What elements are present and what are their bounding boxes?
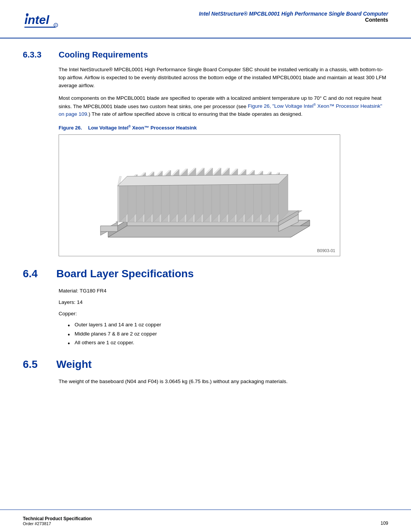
- page: intel ® Intel NetStructure® MPCBL0001 Hi…: [0, 0, 411, 532]
- bullet-item-2: Middle planes 7 & 8 are 2 oz copper: [66, 330, 388, 338]
- footer-doc-type: Technical Product Specification: [23, 516, 92, 521]
- header-title: Intel NetStructure® MPCBL0001 High Perfo…: [68, 11, 388, 17]
- section-64-number: 6.4: [23, 268, 49, 280]
- section-64-body: Material: TG180 FR4 Layers: 14 Copper: O…: [23, 287, 388, 347]
- section-64-heading: 6.4 Board Layer Specifications: [23, 268, 388, 280]
- main-content: 6.3.3 Cooling Requirements The Intel Net…: [0, 38, 411, 420]
- footer-page-number: 109: [381, 521, 388, 526]
- figure-label: Figure 26. Low Voltage Intel® Xeon™ Proc…: [59, 125, 388, 131]
- svg-rect-14: [118, 186, 119, 222]
- section-65-number: 6.5: [23, 358, 49, 371]
- figure26-link[interactable]: Figure 26, "Low Voltage Intel® Xeon™ Pro…: [59, 103, 382, 117]
- section-65-heading: 6.5 Weight: [23, 358, 388, 371]
- section-633-para1: The Intel NetStructure® MPCBL0001 High P…: [59, 66, 388, 90]
- footer: Technical Product Specification Order #2…: [0, 510, 411, 532]
- footer-left: Technical Product Specification Order #2…: [23, 516, 92, 526]
- section-65-para: The weight of the baseboard (N04 and F04…: [59, 377, 388, 386]
- section-633-title: Cooling Requirements: [59, 50, 148, 60]
- copper-list: Outer layers 1 and 14 are 1 oz copper Mi…: [66, 321, 388, 347]
- header-title-area: Intel NetStructure® MPCBL0001 High Perfo…: [61, 11, 388, 23]
- svg-marker-76: [100, 226, 118, 232]
- figure-number: Figure 26.: [59, 125, 82, 131]
- section-633-number: 6.3.3: [23, 50, 49, 60]
- bullet-item-1: Outer layers 1 and 14 are 1 oz copper: [66, 321, 388, 329]
- section-65: 6.5 Weight The weight of the baseboard (…: [23, 358, 388, 386]
- copper-label: Copper:: [59, 310, 388, 318]
- intel-logo: intel ®: [23, 11, 61, 32]
- svg-marker-74: [118, 174, 288, 186]
- section-65-body: The weight of the baseboard (N04 and F04…: [23, 377, 388, 386]
- material-line: Material: TG180 FR4: [59, 287, 388, 295]
- svg-text:®: ®: [55, 24, 57, 27]
- section-633-body: The Intel NetStructure® MPCBL0001 High P…: [23, 66, 388, 256]
- section-633-heading: 6.3.3 Cooling Requirements: [23, 50, 388, 60]
- svg-rect-4: [24, 27, 56, 28]
- figure-title: Low Voltage Intel® Xeon™ Processor Heats…: [88, 125, 197, 131]
- section-633-para2: Most components on the MPCBL0001 blade a…: [59, 94, 388, 118]
- figure-id: B0903-01: [317, 248, 335, 253]
- layers-line: Layers: 14: [59, 298, 388, 307]
- material-label: Material:: [59, 288, 78, 294]
- svg-point-1: [26, 13, 29, 16]
- heatsink-illustration: [70, 140, 329, 251]
- header: intel ® Intel NetStructure® MPCBL0001 Hi…: [0, 0, 411, 38]
- header-subtitle: Contents: [68, 17, 388, 23]
- section-64: 6.4 Board Layer Specifications Material:…: [23, 268, 388, 347]
- layers-value: 14: [77, 299, 83, 305]
- figure-box: B0903-01: [59, 134, 340, 256]
- material-value: TG180 FR4: [80, 288, 107, 294]
- section-64-title: Board Layer Specifications: [56, 268, 194, 280]
- bullet-item-3: All others are 1 oz copper.: [66, 339, 388, 347]
- layers-label: Layers:: [59, 299, 75, 305]
- footer-order: Order #273817: [23, 521, 92, 526]
- section-65-title: Weight: [56, 358, 92, 371]
